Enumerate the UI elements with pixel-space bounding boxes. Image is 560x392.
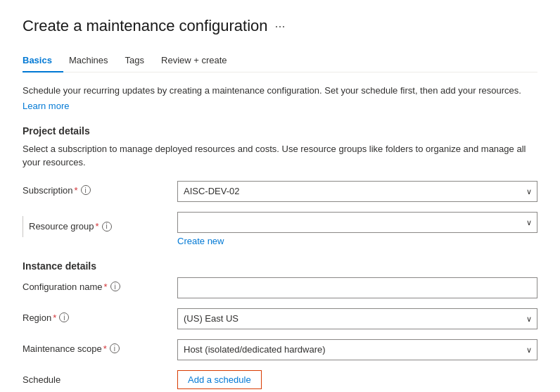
resource-group-label-col: Resource group * i bbox=[23, 212, 177, 237]
indent-line bbox=[23, 216, 23, 237]
project-details-description: Select a subscription to manage deployed… bbox=[23, 142, 537, 170]
subscription-select-wrapper: AISC-DEV-02 ∨ bbox=[177, 181, 537, 202]
subscription-select[interactable]: AISC-DEV-02 bbox=[177, 181, 537, 202]
maintenance-scope-label: Maintenance scope bbox=[23, 343, 102, 354]
tabs-nav: Basics Machines Tags Review + create bbox=[23, 49, 537, 72]
learn-more-link[interactable]: Learn more bbox=[23, 101, 69, 111]
maintenance-scope-select[interactable]: Host (isolated/dedicated hardware) bbox=[177, 339, 537, 360]
page-header: Create a maintenance configuration ··· bbox=[23, 17, 537, 35]
region-label-col: Region * i bbox=[23, 308, 177, 323]
subscription-required: * bbox=[75, 185, 78, 196]
subscription-control: AISC-DEV-02 ∨ bbox=[177, 181, 537, 202]
subscription-row: Subscription * i AISC-DEV-02 ∨ bbox=[23, 181, 537, 202]
configuration-name-input[interactable] bbox=[177, 277, 537, 298]
instance-details-title: Instance details bbox=[23, 260, 537, 272]
resource-group-label: Resource group bbox=[29, 221, 94, 232]
more-options-icon[interactable]: ··· bbox=[275, 19, 286, 34]
resource-group-select-wrapper: ∨ bbox=[177, 212, 537, 233]
region-row: Region * i (US) East US ∨ bbox=[23, 308, 537, 329]
basics-description: Schedule your recurring updates by creat… bbox=[23, 84, 537, 98]
schedule-label-col: Schedule bbox=[23, 374, 177, 385]
resource-group-row: Resource group * i ∨ Create new bbox=[23, 212, 537, 246]
subscription-info-icon[interactable]: i bbox=[81, 185, 91, 195]
subscription-label-col: Subscription * i bbox=[23, 181, 177, 196]
create-new-link[interactable]: Create new bbox=[177, 236, 537, 246]
add-schedule-button[interactable]: Add a schedule bbox=[177, 370, 262, 389]
configuration-name-control bbox=[177, 277, 537, 298]
tab-review-create[interactable]: Review + create bbox=[161, 49, 238, 72]
configuration-name-row: Configuration name * i bbox=[23, 277, 537, 298]
maintenance-scope-required: * bbox=[103, 343, 107, 354]
maintenance-scope-label-col: Maintenance scope * i bbox=[23, 339, 177, 354]
maintenance-scope-control: Host (isolated/dedicated hardware) ∨ bbox=[177, 339, 537, 360]
resource-group-select[interactable] bbox=[177, 212, 537, 233]
resource-group-required: * bbox=[96, 221, 99, 232]
maintenance-scope-row: Maintenance scope * i Host (isolated/ded… bbox=[23, 339, 537, 360]
region-select[interactable]: (US) East US bbox=[177, 308, 537, 329]
configuration-name-info-icon[interactable]: i bbox=[110, 282, 120, 291]
region-info-icon[interactable]: i bbox=[59, 312, 69, 322]
region-control: (US) East US ∨ bbox=[177, 308, 537, 329]
subscription-label: Subscription bbox=[23, 185, 73, 196]
maintenance-scope-select-wrapper: Host (isolated/dedicated hardware) ∨ bbox=[177, 339, 537, 360]
schedule-control: Add a schedule bbox=[177, 370, 537, 389]
page-title: Create a maintenance configuration bbox=[23, 17, 268, 35]
resource-group-info-icon[interactable]: i bbox=[102, 222, 112, 232]
region-label: Region bbox=[23, 312, 51, 323]
region-required: * bbox=[53, 312, 56, 323]
region-select-wrapper: (US) East US ∨ bbox=[177, 308, 537, 329]
maintenance-scope-info-icon[interactable]: i bbox=[110, 343, 120, 353]
project-details-title: Project details bbox=[23, 125, 537, 137]
schedule-row: Schedule Add a schedule bbox=[23, 370, 537, 389]
tab-tags[interactable]: Tags bbox=[125, 49, 155, 72]
resource-group-control: ∨ Create new bbox=[177, 212, 537, 246]
schedule-label: Schedule bbox=[23, 374, 61, 385]
configuration-name-label: Configuration name bbox=[23, 282, 102, 292]
tab-machines[interactable]: Machines bbox=[69, 49, 120, 72]
configuration-name-required: * bbox=[103, 282, 107, 292]
configuration-name-label-col: Configuration name * i bbox=[23, 277, 177, 292]
tab-basics[interactable]: Basics bbox=[23, 49, 63, 72]
